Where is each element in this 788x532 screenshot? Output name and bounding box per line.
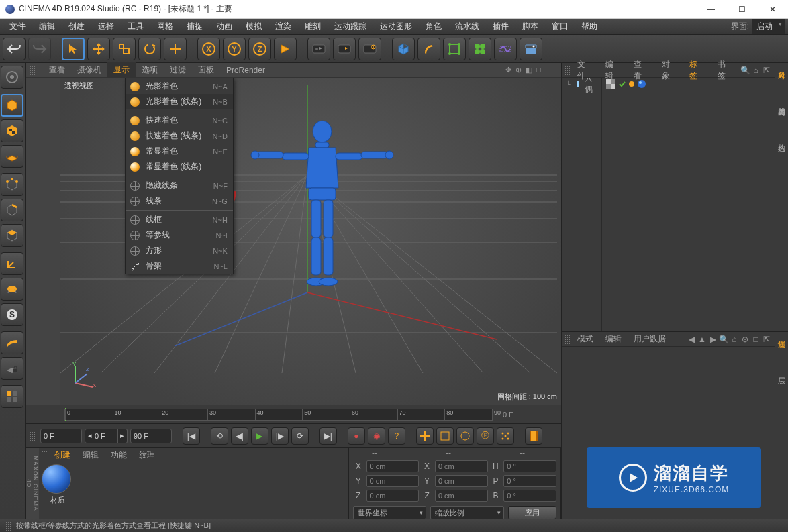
vp-nav-icon[interactable]: ◧ — [526, 66, 532, 74]
autokey-button[interactable]: ◉ — [368, 427, 385, 445]
menu-选择[interactable]: 选择 — [91, 18, 121, 35]
vp-menu-ProRender[interactable]: ProRender — [220, 64, 271, 77]
obj-tab-书签[interactable]: 书签 — [711, 57, 740, 84]
play-button[interactable]: ▶ — [251, 427, 268, 445]
timeline-track[interactable]: 0102030405060708090 — [64, 409, 493, 421]
render-view-button[interactable] — [307, 38, 330, 60]
size-input[interactable]: 0 cm — [435, 460, 488, 472]
perspective-viewport[interactable]: 透视视图 — [60, 78, 561, 405]
prev-frame-button[interactable]: ◀| — [231, 427, 248, 445]
display-option[interactable]: 线框N~H — [126, 212, 233, 227]
live-select-tool[interactable] — [1, 66, 23, 89]
timeline[interactable]: 0102030405060708090 0 F — [26, 405, 561, 423]
pen-tool-button[interactable] — [417, 38, 440, 60]
panel-grip-icon[interactable] — [353, 448, 358, 458]
panel-tool-icon[interactable]: ⇱ — [761, 66, 772, 75]
material-item[interactable]: 材质 — [42, 464, 74, 516]
next-key-button[interactable]: ⟳ — [291, 427, 309, 445]
panel-tool-icon[interactable]: 🔍 — [740, 66, 750, 75]
mat-tab-编辑[interactable]: 编辑 — [77, 448, 105, 462]
side-tab-对象[interactable]: 对象 — [777, 66, 787, 98]
workplane-mode[interactable] — [1, 145, 23, 168]
panel-grip-icon[interactable] — [5, 521, 11, 531]
minimize-button[interactable]: — — [695, 0, 726, 19]
rotate-tool[interactable] — [138, 38, 161, 60]
vp-nav-icon[interactable]: ✥ — [505, 66, 511, 74]
obj-tab-查看[interactable]: 查看 — [628, 57, 656, 84]
attr-tab-模式[interactable]: 模式 — [571, 331, 599, 347]
coord-system-button[interactable] — [274, 38, 297, 60]
panel-tool-icon[interactable]: □ — [750, 335, 761, 344]
display-option[interactable]: 光影着色 (线条)N~B — [126, 94, 233, 109]
lock-workplane[interactable] — [1, 357, 23, 380]
display-option[interactable]: 等参线N~I — [126, 227, 233, 243]
menu-创建[interactable]: 创建 — [62, 18, 91, 35]
menu-捕捉[interactable]: 捕捉 — [180, 18, 209, 35]
axis-x-button[interactable]: X — [197, 38, 220, 60]
viewport-solo[interactable] — [1, 385, 23, 408]
render-settings-button[interactable] — [358, 38, 381, 60]
side-tab-构造[interactable]: 构造 — [777, 138, 787, 170]
attr-tab-编辑[interactable]: 编辑 — [599, 331, 628, 347]
vp-menu-过滤[interactable]: 过滤 — [164, 62, 192, 78]
panel-tool-icon[interactable]: ⊙ — [740, 335, 750, 344]
edges-mode[interactable] — [1, 199, 23, 221]
goto-start-button[interactable]: |◀ — [183, 427, 200, 445]
menu-文件[interactable]: 文件 — [3, 18, 32, 35]
goto-end-button[interactable]: ▶| — [319, 427, 337, 445]
last-tool[interactable] — [164, 38, 187, 60]
menu-脚本[interactable]: 脚本 — [515, 18, 545, 35]
nurbs-button[interactable] — [443, 38, 466, 60]
menu-插件[interactable]: 插件 — [486, 18, 515, 35]
record-button[interactable]: ● — [348, 427, 365, 445]
obj-tab-对象[interactable]: 对象 — [656, 57, 684, 84]
vp-menu-选项[interactable]: 选项 — [136, 62, 164, 78]
panel-grip-icon[interactable] — [30, 66, 35, 75]
position-input[interactable]: 0 cm — [366, 475, 420, 487]
display-option[interactable]: 常显着色N~E — [126, 144, 233, 159]
render-region-button[interactable] — [333, 38, 356, 60]
obj-tab-标签[interactable]: 标签 — [683, 57, 711, 84]
menu-雕刻[interactable]: 雕刻 — [298, 18, 328, 35]
panel-tool-icon[interactable]: ⇱ — [761, 335, 772, 344]
obj-tab-文件[interactable]: 文件 — [571, 57, 599, 84]
panel-tool-icon[interactable]: 🔍 — [718, 335, 729, 344]
vp-nav-icon[interactable]: ⊕ — [515, 66, 522, 74]
vp-menu-查看[interactable]: 查看 — [43, 62, 71, 78]
axis-mode[interactable] — [1, 252, 23, 275]
display-option[interactable]: 光影着色N~A — [126, 78, 233, 94]
position-input[interactable]: 0 cm — [366, 460, 420, 472]
workplane-toggle[interactable] — [1, 331, 23, 354]
menu-网格[interactable]: 网格 — [150, 18, 180, 35]
panel-tool-icon[interactable]: ⌂ — [729, 335, 740, 344]
side-tab-层[interactable]: 层 — [777, 371, 787, 403]
texture-mode[interactable] — [1, 119, 23, 142]
size-input[interactable]: 0 cm — [435, 490, 488, 502]
rotation-input[interactable]: 0 ° — [503, 475, 556, 487]
obj-tab-编辑[interactable]: 编辑 — [599, 57, 628, 84]
key-pla-button[interactable] — [497, 427, 514, 445]
move-tool[interactable] — [87, 38, 110, 60]
menu-窗口[interactable]: 窗口 — [545, 18, 575, 35]
deformer-button[interactable] — [494, 38, 517, 60]
menu-角色[interactable]: 角色 — [419, 18, 448, 35]
rotation-input[interactable]: 0 ° — [503, 490, 556, 502]
undo-button[interactable] — [3, 38, 26, 60]
mat-tab-纹理[interactable]: 纹理 — [133, 448, 161, 462]
history-nav-icon[interactable]: ◀ — [686, 335, 697, 344]
frame-end-input[interactable]: 90 F — [130, 429, 172, 443]
key-move-button[interactable] — [416, 427, 434, 445]
mat-tab-创建[interactable]: 创建 — [48, 448, 77, 462]
model-mode[interactable] — [1, 94, 23, 117]
frame-step-button[interactable]: ▸ — [118, 429, 128, 443]
redo-button[interactable] — [28, 38, 51, 60]
rotation-input[interactable]: 0 ° — [503, 460, 556, 472]
panel-grip-icon[interactable] — [564, 66, 570, 75]
menu-运动跟踪[interactable]: 运动跟踪 — [328, 18, 373, 35]
close-button[interactable]: ✕ — [757, 0, 788, 19]
display-option[interactable]: 线条N~G — [126, 193, 233, 209]
generator-button[interactable] — [469, 38, 491, 60]
panel-grip-icon[interactable] — [32, 410, 38, 419]
frame-current-input[interactable]: ◂0 F — [85, 429, 118, 443]
key-rotate-button[interactable] — [456, 427, 474, 445]
